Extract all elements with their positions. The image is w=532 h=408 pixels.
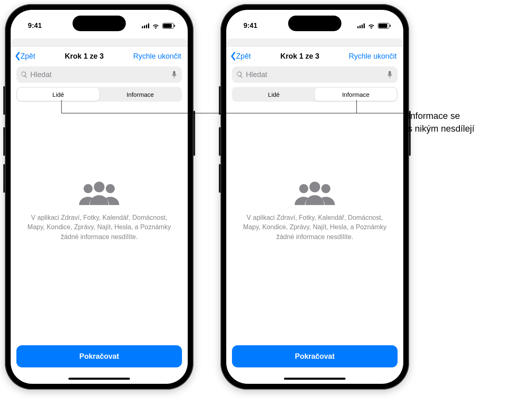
people-group-icon bbox=[77, 181, 122, 205]
segment-information[interactable]: Informace bbox=[315, 88, 397, 101]
phone-left: 9:41 Zpět Krok 1 ze 3 Rychle ukončit Lid… bbox=[5, 4, 193, 390]
people-group-icon bbox=[292, 181, 337, 205]
search-field[interactable] bbox=[232, 66, 398, 83]
sheet-background bbox=[226, 34, 403, 47]
quick-exit-button[interactable]: Rychle ukončit bbox=[133, 52, 181, 61]
mic-icon[interactable] bbox=[386, 71, 393, 78]
wifi-icon bbox=[367, 23, 375, 29]
segmented-control: Lidé Informace bbox=[16, 87, 182, 102]
status-time: 9:41 bbox=[28, 22, 42, 30]
back-button[interactable]: Zpět bbox=[230, 52, 251, 61]
quick-exit-button[interactable]: Rychle ukončit bbox=[349, 52, 397, 61]
status-icons bbox=[357, 23, 389, 29]
nav-title: Krok 1 ze 3 bbox=[65, 52, 104, 61]
screen: 9:41 Zpět Krok 1 ze 3 Rychle ukončit Lid… bbox=[226, 10, 403, 384]
segment-people[interactable]: Lidé bbox=[233, 88, 315, 101]
home-indicator[interactable] bbox=[284, 378, 346, 380]
back-label: Zpět bbox=[20, 52, 35, 61]
svg-point-0 bbox=[84, 184, 93, 193]
svg-point-3 bbox=[299, 184, 308, 193]
phone-right: 9:41 Zpět Krok 1 ze 3 Rychle ukončit Lid… bbox=[221, 4, 409, 390]
back-button[interactable]: Zpět bbox=[15, 52, 35, 61]
callout-annotation: Informace se s nikým nesdílejí bbox=[408, 110, 514, 135]
callout-line: Informace se bbox=[408, 111, 460, 121]
wifi-icon bbox=[152, 23, 160, 29]
continue-button[interactable]: Pokračovat bbox=[232, 345, 398, 367]
cellular-icon bbox=[142, 23, 149, 28]
home-indicator[interactable] bbox=[68, 378, 130, 380]
screen: 9:41 Zpět Krok 1 ze 3 Rychle ukončit Lid… bbox=[11, 10, 188, 384]
search-icon bbox=[20, 71, 28, 78]
callout-line: s nikým nesdílejí bbox=[408, 123, 475, 134]
sheet-background bbox=[11, 34, 188, 47]
search-input[interactable] bbox=[246, 71, 384, 79]
dynamic-island bbox=[288, 16, 341, 31]
cellular-icon bbox=[357, 23, 365, 28]
mic-icon[interactable] bbox=[171, 71, 178, 78]
segment-people[interactable]: Lidé bbox=[17, 88, 99, 101]
search-icon bbox=[236, 71, 243, 78]
nav-title: Krok 1 ze 3 bbox=[280, 52, 319, 61]
battery-icon bbox=[378, 23, 389, 29]
status-time: 9:41 bbox=[243, 22, 257, 30]
battery-icon bbox=[162, 23, 174, 29]
chevron-left-icon bbox=[15, 52, 20, 61]
continue-button[interactable]: Pokračovat bbox=[16, 345, 182, 367]
svg-point-5 bbox=[321, 184, 330, 193]
svg-point-4 bbox=[309, 182, 320, 192]
svg-point-1 bbox=[94, 182, 105, 192]
segmented-control: Lidé Informace bbox=[232, 87, 398, 102]
nav-bar: Zpět Krok 1 ze 3 Rychle ukončit bbox=[226, 47, 403, 64]
empty-state: V aplikaci Zdraví, Fotky, Kalendář, Domá… bbox=[226, 102, 403, 345]
nav-bar: Zpět Krok 1 ze 3 Rychle ukončit bbox=[11, 47, 188, 64]
svg-point-2 bbox=[106, 184, 115, 193]
dynamic-island bbox=[73, 16, 126, 31]
empty-text: V aplikaci Zdraví, Fotky, Kalendář, Domá… bbox=[23, 213, 175, 242]
empty-state: V aplikaci Zdraví, Fotky, Kalendář, Domá… bbox=[11, 102, 188, 345]
status-icons bbox=[142, 23, 174, 29]
chevron-left-icon bbox=[230, 52, 236, 61]
segment-information[interactable]: Informace bbox=[99, 88, 181, 101]
back-label: Zpět bbox=[236, 52, 251, 61]
search-field[interactable] bbox=[16, 66, 182, 83]
search-input[interactable] bbox=[30, 71, 168, 79]
empty-text: V aplikaci Zdraví, Fotky, Kalendář, Domá… bbox=[239, 213, 391, 242]
